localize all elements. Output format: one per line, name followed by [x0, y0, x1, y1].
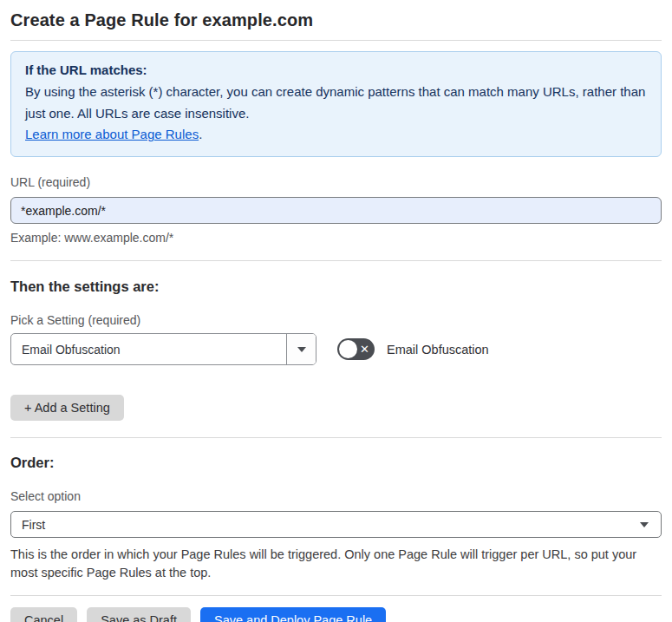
cancel-button[interactable]: Cancel: [10, 607, 77, 622]
order-select-value: First: [22, 518, 45, 532]
setting-row: Email Obfuscation ✕ Email Obfuscation: [10, 333, 662, 365]
divider: [10, 595, 662, 596]
info-box-heading: If the URL matches:: [25, 60, 647, 82]
url-field-label: URL (required): [10, 175, 662, 189]
order-section-heading: Order:: [10, 455, 662, 471]
divider: [10, 260, 662, 261]
email-obfuscation-toggle[interactable]: ✕: [337, 338, 375, 360]
order-select-label: Select option: [10, 489, 662, 503]
save-and-deploy-button[interactable]: Save and Deploy Page Rule: [200, 607, 386, 622]
email-obfuscation-toggle-wrap: ✕ Email Obfuscation: [337, 338, 489, 360]
url-example-text: Example: www.example.com/*: [10, 231, 662, 245]
toggle-knob: [339, 340, 357, 358]
divider: [10, 40, 662, 41]
setting-select[interactable]: Email Obfuscation: [10, 333, 316, 365]
create-page-rule-form: Create a Page Rule for example.com If th…: [0, 0, 672, 622]
chevron-down-icon: [297, 347, 306, 352]
pick-setting-label: Pick a Setting (required): [10, 313, 662, 327]
settings-section-heading: Then the settings are:: [10, 278, 662, 295]
setting-select-arrow-button[interactable]: [286, 334, 316, 364]
page-title: Create a Page Rule for example.com: [10, 10, 662, 30]
url-match-info-box: If the URL matches: By using the asteris…: [10, 51, 662, 157]
footer-actions: Cancel Save as Draft Save and Deploy Pag…: [10, 607, 662, 622]
chevron-down-icon: [640, 522, 649, 527]
url-input[interactable]: [10, 197, 662, 224]
save-as-draft-button[interactable]: Save as Draft: [87, 607, 191, 622]
learn-more-link[interactable]: Learn more about Page Rules: [25, 127, 199, 141]
toggle-off-x-icon: ✕: [360, 344, 369, 355]
info-box-body: By using the asterisk (*) character, you…: [25, 84, 645, 121]
order-select[interactable]: First: [10, 511, 662, 538]
toggle-label: Email Obfuscation: [387, 343, 489, 357]
setting-select-value: Email Obfuscation: [11, 343, 286, 357]
order-description: This is the order in which your Page Rul…: [10, 546, 656, 582]
link-suffix: .: [199, 127, 202, 141]
add-setting-button[interactable]: + Add a Setting: [10, 395, 124, 421]
divider: [10, 437, 662, 438]
